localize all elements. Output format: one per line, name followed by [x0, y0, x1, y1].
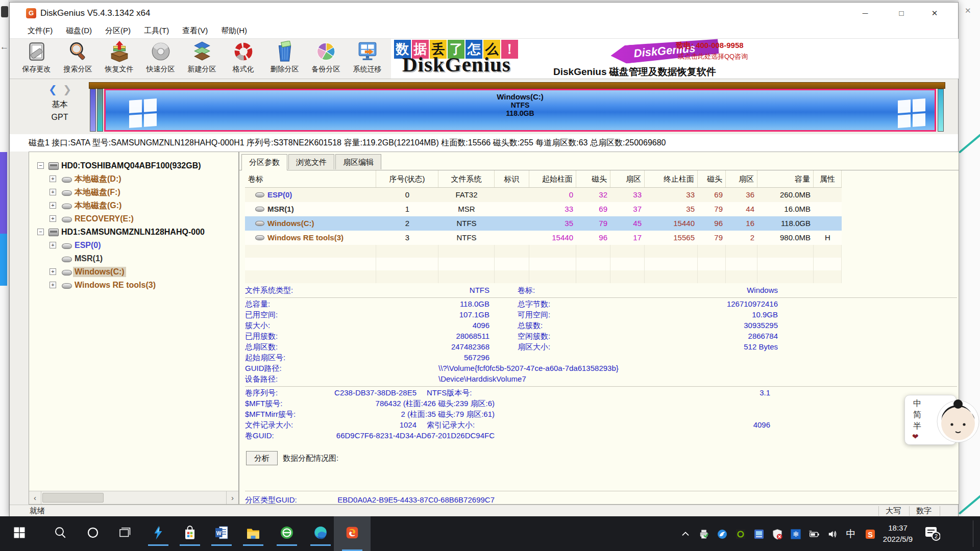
- column-header-3[interactable]: 标识: [495, 170, 529, 187]
- expand-plus-icon[interactable]: +: [50, 282, 56, 288]
- partition-strip-esp[interactable]: [90, 89, 96, 132]
- taskbar-store-button[interactable]: [178, 521, 202, 546]
- table-row-1[interactable]: MSR(1)1MSR33693735794416.0MB: [245, 202, 842, 216]
- heart-icon[interactable]: ❤: [912, 432, 919, 441]
- tree-item-msr-1-[interactable]: MSR(1): [29, 252, 238, 265]
- tray-ime-indicator[interactable]: 中: [844, 528, 857, 541]
- menu-item-4[interactable]: 查看(V): [176, 24, 214, 38]
- expand-plus-icon[interactable]: +: [50, 268, 56, 275]
- expand-plus-icon[interactable]: +: [50, 215, 56, 222]
- chevron-left-icon[interactable]: ❮: [48, 84, 57, 95]
- tree-horizontal-scrollbar[interactable]: ‹ ›: [29, 491, 238, 504]
- ad-banner[interactable]: 数据丢了怎么！ DiskGenius DiskGenius 致电: 400-00…: [391, 39, 959, 79]
- table-row-2[interactable]: Windows(C:)2NTFS357945154409616118.0GB: [245, 216, 842, 231]
- partition-strip-re-tools[interactable]: [938, 89, 944, 132]
- scroll-right-icon[interactable]: ›: [226, 491, 238, 504]
- taskbar-start-button[interactable]: [7, 521, 32, 546]
- tree-item-recovery-e-[interactable]: +RECOVERY(E:): [29, 212, 238, 226]
- tree-item-hd0-toshibamq04abf100-932gb-[interactable]: −HD0:TOSHIBAMQ04ABF100(932GB): [29, 159, 238, 172]
- column-header-5[interactable]: 磁头: [576, 170, 610, 187]
- menu-item-1[interactable]: 磁盘(D): [59, 24, 99, 38]
- taskbar-edge-button[interactable]: [308, 521, 333, 546]
- collapse-minus-icon[interactable]: −: [37, 162, 44, 169]
- scrollbar-thumb[interactable]: [42, 493, 104, 503]
- tab-0[interactable]: 分区参数: [241, 154, 287, 170]
- table-row-0[interactable]: ESP(0)0FAT3203233336936260.0MB: [245, 188, 842, 202]
- taskbar-search-button[interactable]: [48, 521, 72, 546]
- cartoon-face-sticker[interactable]: [936, 398, 980, 447]
- taskbar-browser-360-button[interactable]: [275, 521, 299, 546]
- chevron-right-icon[interactable]: ❯: [63, 84, 71, 95]
- tray-chevron-up-icon[interactable]: [679, 528, 692, 541]
- tree-item--f-[interactable]: +本地磁盘(F:): [29, 186, 238, 199]
- column-header-10[interactable]: 容量: [757, 170, 814, 187]
- ime-simplified-indicator[interactable]: 简: [912, 410, 922, 420]
- tray-sogou-icon[interactable]: S: [864, 528, 877, 541]
- partition-windows-c[interactable]: Windows(C:) NTFS 118.0GB: [104, 89, 936, 132]
- analyze-button[interactable]: 分析: [246, 451, 278, 465]
- tree-item-esp-0-[interactable]: +ESP(0): [29, 239, 238, 252]
- tray-nvidia-icon[interactable]: [734, 528, 747, 541]
- taskbar-task-view-button[interactable]: [112, 521, 137, 546]
- tree-item-windows-c-[interactable]: +Windows(C:): [29, 265, 238, 279]
- banner-qq-link[interactable]: 或点击此处选择QQ咨询: [678, 52, 748, 61]
- ime-lang-indicator[interactable]: 中: [912, 398, 922, 409]
- taskbar-word-button[interactable]: W: [209, 521, 234, 546]
- maximize-button[interactable]: □: [891, 6, 912, 21]
- close-button[interactable]: ✕: [924, 6, 945, 21]
- toolbar-button-search-partition[interactable]: 搜索分区: [57, 40, 99, 78]
- taskbar-cortana-button[interactable]: [81, 521, 105, 546]
- toolbar-button-delete-partition[interactable]: 删除分区: [264, 40, 305, 78]
- toolbar-button-quick-partition[interactable]: 快速分区: [140, 40, 181, 78]
- column-header-4[interactable]: 起始柱面: [529, 170, 576, 187]
- column-header-8[interactable]: 磁头: [698, 170, 726, 187]
- tray-intel-graphics-icon[interactable]: [752, 528, 766, 541]
- column-header-11[interactable]: 属性: [814, 170, 842, 187]
- column-header-0[interactable]: 卷标: [245, 170, 376, 187]
- tray-battery-icon[interactable]: [807, 528, 821, 541]
- sogou-ime-widget[interactable]: 中 简 半 ❤: [904, 394, 980, 447]
- tray-defender-alert-icon[interactable]: [771, 528, 784, 541]
- expand-plus-icon[interactable]: +: [50, 189, 56, 195]
- partition-strip-msr[interactable]: [97, 89, 103, 132]
- tree-item-windows-re-tools-3-[interactable]: +Windows RE tools(3): [29, 279, 238, 292]
- menu-item-5[interactable]: 帮助(H): [214, 24, 254, 38]
- taskbar-flash-app-button[interactable]: [146, 521, 170, 546]
- toolbar-button-recover-files[interactable]: 恢复文件: [99, 40, 140, 78]
- ime-halfwidth-indicator[interactable]: 半: [912, 421, 922, 432]
- column-header-2[interactable]: 文件系统: [438, 170, 495, 187]
- table-row-3[interactable]: Windows RE tools(3)3NTFS1544096171556579…: [245, 231, 842, 245]
- collapse-minus-icon[interactable]: −: [37, 229, 44, 235]
- tab-1[interactable]: 浏览文件: [288, 154, 334, 169]
- tray-snowflake-icon[interactable]: ❄: [789, 528, 802, 541]
- toolbar-button-backup-partition[interactable]: 备份分区: [305, 40, 347, 78]
- tree-item--g-[interactable]: +本地磁盘(G:): [29, 199, 238, 212]
- toolbar-button-save-changes[interactable]: 保存更改: [16, 40, 57, 78]
- menu-item-0[interactable]: 文件(F): [21, 24, 59, 38]
- taskbar-file-explorer-button[interactable]: [241, 521, 265, 546]
- show-desktop-divider[interactable]: [973, 520, 973, 547]
- tray-bird-app-icon[interactable]: [716, 528, 729, 541]
- notification-center-icon[interactable]: 2: [925, 527, 940, 543]
- column-header-9[interactable]: 扇区: [726, 170, 757, 187]
- toolbar-button-format[interactable]: 格式化: [223, 40, 264, 78]
- taskbar-clock[interactable]: 18:37 2022/5/9: [875, 522, 921, 545]
- tray-printer-icon[interactable]: [697, 528, 710, 541]
- disk-nav-arrows[interactable]: ❮ ❯: [48, 83, 71, 95]
- minimize-button[interactable]: ─: [854, 6, 876, 21]
- toolbar-button-system-migration[interactable]: 系统迁移: [347, 40, 388, 78]
- expand-plus-icon[interactable]: +: [50, 202, 56, 209]
- tree-item--d-[interactable]: +本地磁盘(D:): [29, 172, 238, 186]
- column-header-7[interactable]: 终止柱面: [645, 170, 698, 187]
- menu-item-3[interactable]: 工具(T): [137, 24, 176, 38]
- expand-plus-icon[interactable]: +: [50, 242, 56, 248]
- menu-item-2[interactable]: 分区(P): [99, 24, 137, 38]
- column-header-1[interactable]: 序号(状态): [376, 170, 438, 187]
- tree-item-hd1-samsungmznln128hahq-000[interactable]: −HD1:SAMSUNGMZNLN128HAHQ-000: [29, 226, 238, 239]
- expand-plus-icon[interactable]: +: [50, 176, 56, 182]
- tab-2[interactable]: 扇区编辑: [335, 154, 381, 169]
- scroll-left-icon[interactable]: ‹: [29, 491, 41, 504]
- toolbar-button-new-partition[interactable]: 新建分区: [181, 40, 223, 78]
- tray-speaker-icon[interactable]: [826, 528, 839, 541]
- taskbar-diskgenius-button[interactable]: [334, 516, 371, 551]
